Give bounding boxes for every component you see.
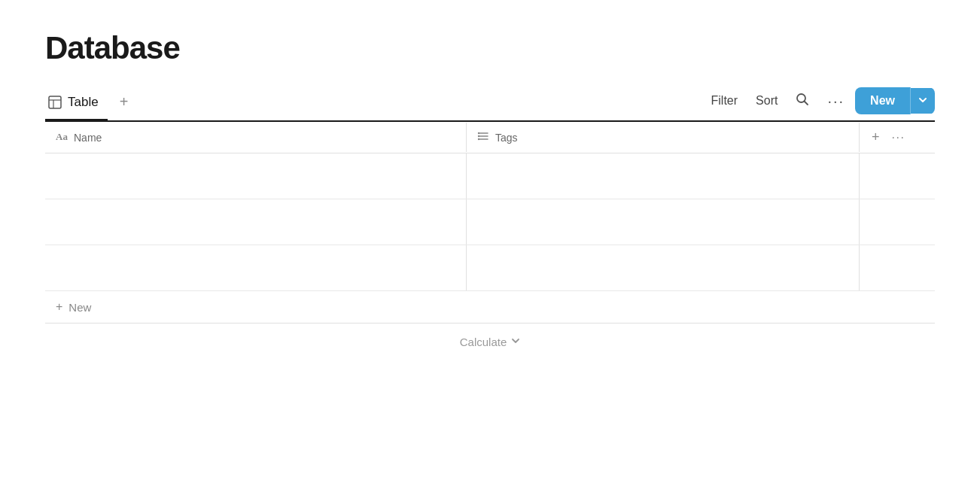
sort-label: Sort bbox=[756, 94, 778, 108]
filter-label: Filter bbox=[711, 94, 738, 108]
ellipsis-icon: ··· bbox=[827, 93, 845, 110]
row-actions-cell bbox=[860, 199, 935, 245]
list-icon bbox=[477, 130, 489, 144]
column-header-tags[interactable]: Tags bbox=[467, 123, 860, 152]
svg-text:Aa: Aa bbox=[56, 131, 68, 142]
calculate-bar[interactable]: Calculate bbox=[45, 324, 935, 360]
table-row[interactable] bbox=[45, 153, 935, 199]
column-name-label: Name bbox=[74, 132, 102, 144]
new-button-group: New bbox=[855, 87, 935, 114]
column-header-name[interactable]: Aa Name bbox=[45, 123, 467, 152]
svg-point-9 bbox=[478, 132, 479, 134]
table-icon bbox=[48, 96, 62, 109]
tab-table[interactable]: Table bbox=[45, 89, 108, 120]
row-actions-cell bbox=[860, 153, 935, 199]
column-more-button[interactable]: ··· bbox=[892, 131, 905, 144]
table: Aa Name Tags bbox=[45, 122, 935, 360]
row-name-cell[interactable] bbox=[45, 199, 467, 245]
new-button[interactable]: New bbox=[855, 87, 911, 114]
svg-point-11 bbox=[478, 138, 479, 140]
toolbar: Table + Filter Sort bbox=[45, 87, 935, 122]
text-field-icon: Aa bbox=[56, 130, 68, 144]
search-button[interactable] bbox=[788, 88, 817, 114]
svg-line-4 bbox=[805, 101, 808, 105]
svg-point-10 bbox=[478, 135, 479, 137]
plus-row-icon: + bbox=[56, 300, 62, 314]
add-row-footer[interactable]: + New bbox=[45, 291, 935, 324]
column-tags-label: Tags bbox=[495, 132, 518, 144]
more-options-button[interactable]: ··· bbox=[820, 88, 852, 114]
page-title: Database bbox=[45, 30, 935, 66]
filter-button[interactable]: Filter bbox=[704, 90, 746, 112]
row-actions-cell bbox=[860, 245, 935, 290]
row-tags-cell[interactable] bbox=[467, 153, 860, 199]
table-header: Aa Name Tags bbox=[45, 122, 935, 153]
tab-label: Table bbox=[68, 95, 99, 110]
toolbar-right: Filter Sort ··· New bbox=[704, 87, 935, 120]
plus-icon: + bbox=[120, 93, 129, 111]
row-name-cell[interactable] bbox=[45, 245, 467, 290]
search-icon bbox=[796, 93, 809, 110]
calculate-label: Calculate bbox=[460, 336, 507, 348]
add-view-button[interactable]: + bbox=[114, 90, 135, 114]
sort-button[interactable]: Sort bbox=[748, 90, 785, 112]
row-name-cell[interactable] bbox=[45, 153, 467, 199]
table-row[interactable] bbox=[45, 245, 935, 291]
table-row[interactable] bbox=[45, 199, 935, 245]
row-tags-cell[interactable] bbox=[467, 245, 860, 290]
calculate-chevron-icon bbox=[511, 336, 520, 348]
new-button-dropdown[interactable] bbox=[911, 88, 935, 114]
chevron-down-icon bbox=[918, 95, 927, 107]
add-row-label: New bbox=[68, 301, 91, 314]
toolbar-left: Table + bbox=[45, 89, 134, 119]
column-header-actions: + ··· bbox=[860, 122, 935, 153]
svg-rect-0 bbox=[49, 96, 61, 108]
add-column-button[interactable]: + bbox=[872, 129, 880, 145]
row-tags-cell[interactable] bbox=[467, 199, 860, 245]
